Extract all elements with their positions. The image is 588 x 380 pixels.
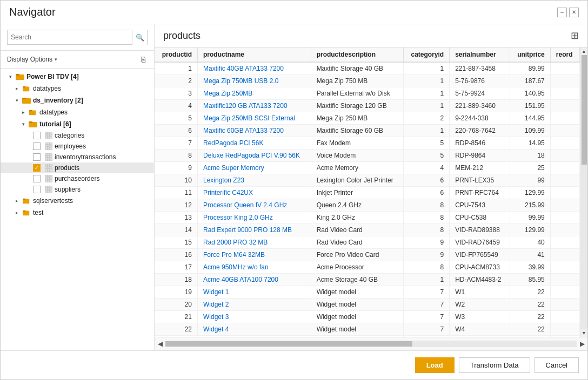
display-options-button[interactable]: Display Options ▾: [7, 56, 57, 63]
table-cell: 1: [403, 87, 450, 100]
scroll-thumb-h[interactable]: [165, 341, 412, 347]
refresh-button[interactable]: ⎘: [139, 54, 148, 65]
table-checkbox[interactable]: [33, 153, 41, 161]
table-checkbox[interactable]: [33, 175, 41, 182]
table-checkbox[interactable]: ✓: [33, 164, 41, 172]
scroll-up-arrow[interactable]: ▲: [580, 48, 588, 55]
table-row[interactable]: 21Widget 3Widget model7W322: [155, 311, 580, 323]
svg-rect-20: [45, 153, 52, 161]
tree-item-ds_inventory[interactable]: ▾ds_inventory [2]: [1, 94, 154, 106]
transform-data-button[interactable]: Transform Data: [459, 357, 530, 373]
table-row[interactable]: 19Widget 1Widget model7W122: [155, 286, 580, 298]
tree-item-datatypes2[interactable]: ▸datatypes: [1, 106, 154, 118]
scroll-track-v[interactable]: [581, 55, 587, 329]
svg-rect-5: [22, 98, 26, 99]
table-checkbox[interactable]: [33, 142, 41, 150]
search-input[interactable]: [8, 33, 132, 41]
tree-item-suppliers[interactable]: suppliers: [1, 184, 154, 195]
table-cell: Maxtific Storage 120 GB: [311, 100, 403, 112]
table-row[interactable]: 5Mega Zip 250MB SCSI ExternalMega Zip 25…: [155, 112, 580, 125]
table-cell: 20: [155, 298, 197, 311]
table-cell: PRNT-LEX35: [450, 174, 510, 187]
table-row[interactable]: 2Mega Zip 750MB USB 2.0Mega Zip 750 MB15…: [155, 75, 580, 87]
table-row[interactable]: 15Rad 2000 PRO 32 MBRad Video Card9VID-R…: [155, 236, 580, 249]
table-row[interactable]: 18Acme 40GB ATA100 7200Acme Storage 40 G…: [155, 274, 580, 286]
svg-rect-15: [45, 142, 52, 150]
tree-item-tutorial[interactable]: ▾tutorial [6]: [1, 118, 154, 130]
table-cell: 41: [510, 249, 550, 261]
vertical-scrollbar[interactable]: ▲ ▼: [580, 48, 587, 337]
scroll-right-arrow[interactable]: ▶: [577, 338, 587, 349]
tree-item-employees[interactable]: employees: [1, 141, 154, 152]
search-icon[interactable]: 🔍: [132, 30, 147, 45]
table-row[interactable]: 17Acme 950MHz w/o fanAcme Processor8CPU-…: [155, 261, 580, 274]
scroll-down-arrow[interactable]: ▼: [580, 329, 588, 337]
table-row[interactable]: 4Maxtific120 GB ATA133 7200Maxtific Stor…: [155, 100, 580, 112]
tree-item-purchaseorders[interactable]: purchaseorders: [1, 173, 154, 184]
table-row[interactable]: 1Maxtific 40GB ATA133 7200Maxtific Stora…: [155, 62, 580, 75]
folder-closed-icon: [22, 208, 31, 217]
horizontal-scrollbar[interactable]: ◀ ▶: [155, 337, 587, 350]
table-cell: 109.99: [510, 125, 550, 137]
table-cell: Force Pro M64 32MB: [197, 249, 311, 261]
tree-item-products[interactable]: ✓products: [1, 162, 154, 173]
table-cell: Force Pro Video Card: [311, 249, 403, 261]
chevron-icon: ▾: [20, 121, 26, 127]
table-container[interactable]: productidproductnameproductdescriptionca…: [155, 48, 580, 337]
table-cell: 18: [155, 274, 197, 286]
table-row[interactable]: 8Deluxe RedPagoda PCI V.90 56KVoice Mode…: [155, 150, 580, 162]
scroll-left-arrow[interactable]: ◀: [155, 338, 165, 349]
products-table: productidproductnameproductdescriptionca…: [155, 48, 580, 337]
table-cell: 2: [155, 75, 197, 87]
svg-rect-43: [23, 211, 25, 212]
table-row[interactable]: 7RedPagoda PCI 56KFax Modem5RDP-854614.9…: [155, 137, 580, 150]
table-row[interactable]: 13Processor King 2.0 GHzKing 2.0 GHz8CPU…: [155, 212, 580, 224]
tree-item-label: test: [33, 209, 43, 216]
table-row[interactable]: 3Mega Zip 250MBParallel External w/o Dis…: [155, 87, 580, 100]
table-row[interactable]: 10Lexington Z23Lexington Color Jet Print…: [155, 174, 580, 187]
table-row[interactable]: 14Rad Expert 9000 PRO 128 MBRad Video Ca…: [155, 224, 580, 236]
tree-item-test[interactable]: ▸test: [1, 207, 154, 219]
table-row[interactable]: 22Widget 4Widget model7W422: [155, 323, 580, 336]
table-cell: Maxtific Storage 40 GB: [311, 62, 403, 75]
load-button[interactable]: Load: [415, 357, 455, 373]
tree-item-label: purchaseorders: [55, 175, 99, 182]
scroll-track-h[interactable]: [165, 341, 577, 347]
table-row[interactable]: 11Printerific C42UXInkjet Printer6PRNT-R…: [155, 187, 580, 199]
table-row[interactable]: 9Acme Super MemoryAcme Memory4MEM-21225: [155, 162, 580, 174]
table-cell: 221-889-3460: [450, 100, 510, 112]
tree-item-datatypes1[interactable]: ▸datatypes: [1, 83, 154, 94]
close-button[interactable]: ✕: [569, 8, 579, 17]
table-cell: 6: [403, 174, 450, 187]
tree-item-sqlservertests[interactable]: ▸sqlservertests: [1, 195, 154, 207]
table-checkbox[interactable]: [33, 186, 41, 193]
table-checkbox[interactable]: [33, 132, 41, 139]
table-row[interactable]: 12Processor Queen IV 2.4 GHzQueen 2.4 GH…: [155, 199, 580, 212]
table-cell: CPU-C538: [450, 212, 510, 224]
export-icon[interactable]: ⊞: [571, 30, 579, 42]
spacer: [26, 175, 33, 182]
column-header-productid: productid: [155, 48, 197, 62]
table-cell: Maxtific 40GB ATA133 7200: [197, 62, 311, 75]
table-cell: Widget 5: [197, 336, 311, 337]
tree-item-inventorytransactions[interactable]: inventorytransactions: [1, 152, 154, 162]
scroll-thumb-v[interactable]: [582, 55, 587, 165]
tree-item-categories[interactable]: categories: [1, 130, 154, 141]
table-cell: 8: [403, 199, 450, 212]
table-cell: 8: [403, 224, 450, 236]
sidebar: 🔍 Display Options ▾ ⎘ ▾Power BI TDV [4]▸…: [1, 24, 155, 350]
minimize-button[interactable]: –: [557, 8, 567, 17]
table-row[interactable]: 23Widget 5Widget model7W522: [155, 336, 580, 337]
dialog-title: Navigator: [9, 6, 557, 18]
cancel-button[interactable]: Cancel: [534, 357, 579, 373]
table-cell: [550, 298, 579, 311]
chevron-icon: ▸: [20, 109, 26, 116]
table-cell: W5: [450, 336, 510, 337]
table-row[interactable]: 16Force Pro M64 32MBForce Pro Video Card…: [155, 249, 580, 261]
table-cell: [550, 174, 579, 187]
table-cell: W2: [450, 298, 510, 311]
table-cell: 16: [155, 249, 197, 261]
table-row[interactable]: 6Maxtific 60GB ATA133 7200Maxtific Stora…: [155, 125, 580, 137]
table-row[interactable]: 20Widget 2Widget model7W222: [155, 298, 580, 311]
tree-item-root[interactable]: ▾Power BI TDV [4]: [1, 71, 154, 83]
